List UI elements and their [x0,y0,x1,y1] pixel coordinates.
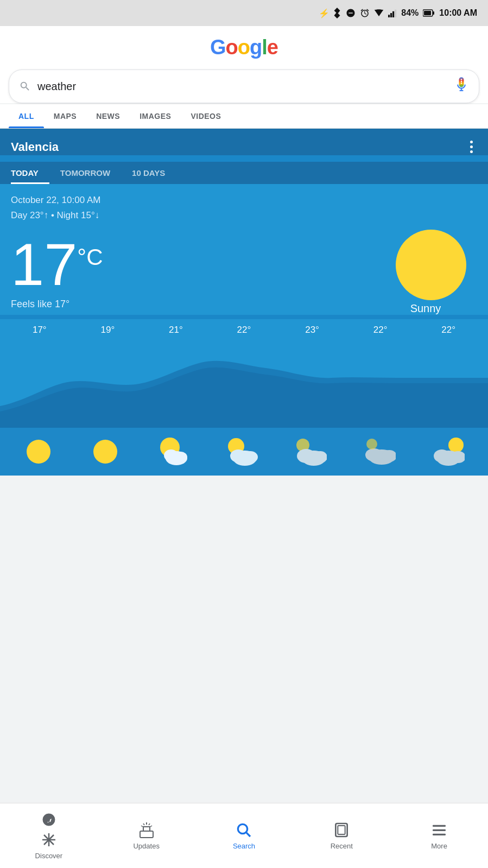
donotdisturb-icon [346,8,356,18]
cloud-icon-1 [294,436,327,467]
search-bar[interactable]: weather [9,69,479,103]
weather-temperature: 17 [11,235,77,294]
weather-wave [0,330,488,428]
bluetooth-icon [334,8,341,18]
svg-line-35 [149,823,150,825]
dot1 [470,141,473,143]
nav-label-updates: Updates [133,842,159,850]
search-icon [19,80,31,92]
weather-tab-10days[interactable]: 10 DAYS [132,162,176,184]
google-logo: Google [210,36,278,59]
temp-0: 17° [33,325,47,335]
svg-rect-5 [424,11,431,15]
weather-main: 17 °C Feels like 17° Sunny [11,230,477,315]
svg-point-22 [365,448,383,461]
svg-rect-2 [392,11,394,17]
sun-icon [396,230,466,300]
svg-point-12 [174,452,187,462]
svg-rect-44 [433,829,446,831]
nav-item-recent[interactable]: Recent [293,816,390,856]
svg-line-38 [141,826,143,827]
hourly-icon-6 [432,436,465,467]
more-icon [430,821,448,839]
svg-rect-0 [388,15,390,17]
bottom-nav: Discover Updates Search Recent [0,803,488,868]
temp-3: 22° [237,325,251,335]
google-logo-area: Google [0,26,488,64]
temp-2: 21° [169,325,183,335]
svg-point-25 [448,438,464,453]
weather-tabs: TODAY TOMORROW 10 DAYS [0,162,488,184]
tab-all[interactable]: ALL [9,104,44,128]
time: 10:00 AM [439,8,477,18]
svg-rect-45 [433,834,446,835]
weather-sun-block: Sunny [396,230,477,315]
nav-item-discover[interactable]: Discover [0,806,98,865]
svg-rect-3 [395,10,396,17]
svg-point-19 [297,449,315,463]
nav-item-search[interactable]: Search [195,816,293,856]
battery-percentage: 84% [401,8,419,18]
sun-cloud-icon-2 [225,436,258,467]
bluetooth-icon: ⚡ [319,8,329,18]
nav-item-more[interactable]: More [390,816,488,856]
nav-label-search: Search [233,842,255,850]
tab-images[interactable]: IMAGES [130,104,181,128]
weather-header: Valencia [0,129,488,155]
svg-line-36 [150,826,152,827]
wifi-icon [374,9,384,17]
hourly-chart: 17° 19° 21° 22° 23° 22° 22° [0,319,488,428]
temp-4: 23° [305,325,319,335]
svg-point-39 [238,824,248,833]
temp-1: 19° [100,325,115,335]
status-icons: ⚡ 84% 10:00 AM [319,8,477,18]
weather-day-night: Day 23°↑ • Night 15°↓ [11,210,477,221]
nav-label-more: More [431,842,447,850]
search-bar-container: weather [0,64,488,103]
weather-tab-today[interactable]: TODAY [11,162,49,184]
weather-unit: °C [77,244,103,270]
cloud-sun-icon [432,436,465,467]
hourly-icon-4 [294,436,327,467]
svg-point-16 [243,451,258,463]
updates-icon [138,821,155,839]
alarm-icon [360,8,370,18]
svg-rect-33 [140,831,153,838]
weather-tab-tomorrow[interactable]: TOMORROW [60,162,121,184]
svg-line-37 [143,823,144,825]
hourly-icon-3 [225,436,258,467]
sun-full-icon [23,436,54,467]
temp-5: 22° [373,325,388,335]
dot2 [470,145,473,148]
microphone-icon[interactable] [454,77,469,96]
sun-cloud-icon-1 [157,436,189,467]
weather-condition: Sunny [410,302,441,315]
more-options-button[interactable] [466,138,477,155]
temp-labels: 17° 19° 21° 22° 23° 22° 22° [0,319,488,335]
hourly-icon-5 [363,436,396,467]
weather-temp-block: 17 °C Feels like 17° [11,235,103,310]
tab-news[interactable]: NEWS [86,104,130,128]
search-input[interactable]: weather [37,80,447,93]
bottom-spacer [0,476,488,541]
svg-rect-1 [390,13,392,17]
svg-line-40 [246,833,250,837]
sun-full-icon-2 [90,436,121,467]
tab-videos[interactable]: VIDEOS [181,104,231,128]
svg-rect-42 [338,826,345,834]
svg-point-24 [366,439,377,449]
discover-icon [41,812,57,828]
status-bar: ⚡ 84% 10:00 AM [0,0,488,26]
nav-item-updates[interactable]: Updates [98,816,195,856]
search-nav-icon [235,821,252,839]
nav-label-discover: Discover [35,852,63,860]
nav-label-recent: Recent [331,842,353,850]
tab-maps[interactable]: MAPS [44,104,86,128]
weather-city: Valencia [11,140,59,154]
hourly-icons-row [0,428,488,476]
temp-6: 22° [441,325,455,335]
hourly-icon-2 [157,436,189,467]
svg-point-27 [434,449,450,462]
weather-card: Valencia TODAY TOMORROW 10 DAYS October … [0,129,488,476]
weather-date: October 22, 10:00 AM [11,195,477,206]
